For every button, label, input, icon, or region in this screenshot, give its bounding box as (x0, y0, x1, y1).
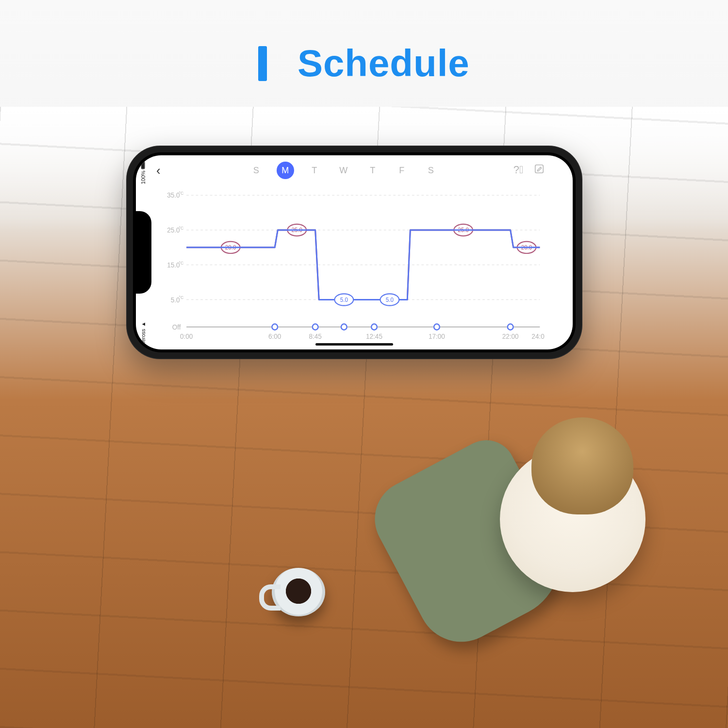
svg-point-27 (508, 324, 513, 330)
svg-text:25.0: 25.0 (167, 226, 180, 234)
svg-text:°C: °C (179, 261, 184, 265)
title-text: Schedule (298, 42, 470, 84)
svg-text:22:00: 22:00 (502, 332, 519, 340)
phone-screen: 100% Meross ▲ ‹ SMTWTFS ?⃝ (136, 155, 573, 349)
svg-point-24 (341, 324, 347, 330)
home-indicator[interactable] (315, 343, 393, 346)
svg-text:5.0: 5.0 (340, 296, 348, 303)
battery-pct: 100% (140, 170, 146, 184)
svg-text:5.0: 5.0 (386, 296, 394, 303)
schedule-chart[interactable]: 35.0°C25.0°C15.0°C5.0°COff0:006:008:4512… (159, 188, 545, 341)
day-4[interactable]: T (364, 162, 381, 179)
day-5[interactable]: F (393, 162, 411, 179)
svg-text:6:00: 6:00 (268, 332, 281, 340)
day-1[interactable]: M (277, 162, 294, 179)
svg-point-25 (371, 324, 377, 330)
background-person (393, 388, 645, 660)
svg-text:24:00: 24:00 (531, 332, 545, 340)
svg-text:15.0: 15.0 (167, 261, 180, 268)
carrier-indicator: Meross ▲ (140, 322, 146, 347)
svg-point-23 (313, 324, 318, 330)
page-title: Schedule (0, 41, 728, 85)
day-6[interactable]: S (422, 162, 440, 179)
back-button[interactable]: ‹ (156, 163, 174, 178)
svg-text:°C: °C (179, 226, 184, 231)
background-coffee-cup (272, 568, 325, 616)
svg-text:°C: °C (179, 191, 184, 196)
svg-text:Off: Off (172, 323, 181, 331)
svg-text:°C: °C (179, 295, 184, 300)
carrier-name: Meross (140, 329, 146, 346)
day-3[interactable]: W (335, 162, 352, 179)
day-selector: SMTWTFS (174, 162, 513, 179)
svg-text:0:00: 0:00 (180, 332, 193, 340)
day-0[interactable]: S (248, 162, 265, 179)
title-accent-bar (258, 46, 267, 81)
svg-point-22 (272, 324, 278, 330)
edit-icon[interactable] (534, 164, 545, 177)
svg-text:35.0: 35.0 (167, 191, 180, 199)
svg-text:8:45: 8:45 (309, 332, 322, 340)
phone-notch (136, 211, 151, 294)
svg-text:17:00: 17:00 (429, 332, 445, 340)
day-2[interactable]: T (306, 162, 323, 179)
svg-text:12:45: 12:45 (366, 332, 382, 340)
battery-icon (141, 161, 145, 169)
phone-frame: 100% Meross ▲ ‹ SMTWTFS ?⃝ (126, 146, 582, 359)
app-top-bar: ‹ SMTWTFS ?⃝ (150, 155, 558, 185)
svg-point-26 (434, 324, 440, 330)
wifi-icon: ▲ (140, 322, 146, 327)
battery-indicator: 100% (140, 161, 146, 184)
help-icon[interactable]: ?⃝ (513, 164, 523, 177)
